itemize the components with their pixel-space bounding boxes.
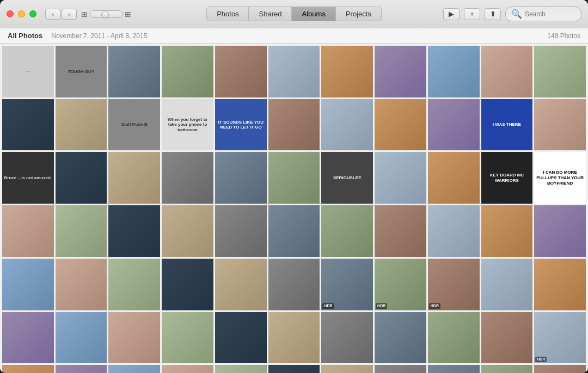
photo-cell[interactable] — [375, 46, 426, 97]
photo-cell[interactable] — [268, 365, 320, 373]
photo-cell[interactable]: SERIOUSLEE — [321, 152, 373, 204]
photo-cell[interactable] — [375, 365, 426, 373]
photo-cell[interactable] — [108, 205, 160, 257]
photo-cell[interactable] — [428, 99, 480, 151]
share-button[interactable]: ⬆ — [485, 8, 501, 20]
photo-cell[interactable] — [56, 312, 107, 364]
photo-cell[interactable] — [215, 46, 267, 97]
photo-cell[interactable] — [268, 312, 320, 364]
photo-cell[interactable] — [481, 312, 533, 364]
photo-cell[interactable]: ··· — [2, 46, 54, 97]
photo-cell[interactable] — [375, 99, 426, 151]
search-box[interactable]: 🔍 — [505, 7, 581, 21]
photo-cell[interactable] — [481, 205, 533, 257]
photo-cell[interactable] — [375, 205, 426, 257]
photo-cell[interactable] — [428, 312, 480, 364]
slider-max-icon: ⊞ — [125, 10, 131, 19]
photo-cell[interactable] — [321, 205, 373, 257]
search-input[interactable] — [525, 10, 575, 18]
photo-cell[interactable] — [162, 365, 213, 373]
date-range: November 7, 2011 - April 8, 2015 — [51, 32, 147, 40]
photo-cell[interactable]: HDR — [428, 259, 480, 310]
maximize-button[interactable] — [29, 10, 36, 17]
tab-photos[interactable]: Photos — [207, 7, 249, 21]
photo-cell[interactable]: HDR — [2, 365, 54, 373]
photo-cell[interactable] — [56, 365, 107, 373]
search-icon: 🔍 — [511, 9, 522, 19]
photo-grid-container[interactable]: ···TOUGH GUYStaff Push-BWhen you forget … — [0, 44, 588, 373]
photo-cell[interactable] — [428, 152, 480, 204]
photo-cell[interactable] — [162, 259, 213, 310]
photo-cell[interactable] — [56, 152, 107, 204]
play-button[interactable]: ▶ — [443, 8, 460, 20]
photo-cell[interactable]: Bruce ...is not amused. — [2, 152, 54, 204]
tab-albums[interactable]: Albums — [292, 7, 336, 21]
photo-cell[interactable] — [268, 46, 320, 97]
photo-cell[interactable]: TOUGH GUY — [56, 46, 107, 97]
photo-cell[interactable] — [2, 205, 54, 257]
photo-cell[interactable]: I CAN DO MORE PULLUPS THAN YOUR BOYFRIEN… — [534, 152, 586, 204]
photo-cell[interactable]: Staff Push-B — [108, 99, 160, 151]
photo-cell[interactable] — [534, 99, 586, 151]
photo-cell[interactable] — [108, 365, 160, 373]
photo-cell[interactable] — [428, 205, 480, 257]
photo-cell[interactable] — [162, 152, 213, 204]
photo-cell[interactable] — [481, 46, 533, 97]
photo-cell[interactable] — [108, 152, 160, 204]
photo-cell[interactable] — [215, 312, 267, 364]
photo-cell[interactable] — [481, 259, 533, 310]
photo-cell[interactable] — [321, 46, 373, 97]
photo-cell[interactable] — [268, 205, 320, 257]
minimize-button[interactable] — [18, 10, 25, 17]
main-window: ‹ › ⊞ ⊞ Photos Shared Albums Projects ▶ … — [0, 0, 588, 373]
photo-cell[interactable] — [534, 259, 586, 310]
photo-cell[interactable] — [2, 99, 54, 151]
photo-grid: ···TOUGH GUYStaff Push-BWhen you forget … — [2, 46, 586, 373]
photo-cell[interactable]: When you forget to take your phone to ba… — [162, 99, 213, 151]
slider-area: ⊞ ⊞ — [81, 10, 131, 19]
zoom-slider[interactable] — [90, 10, 122, 18]
photo-cell[interactable] — [162, 205, 213, 257]
photo-cell[interactable] — [108, 46, 160, 97]
photo-cell[interactable] — [481, 365, 533, 373]
photo-cell[interactable] — [56, 99, 107, 151]
photo-cell[interactable] — [268, 259, 320, 310]
back-button[interactable]: ‹ — [45, 9, 60, 20]
add-button[interactable]: + — [464, 8, 480, 20]
photo-cell[interactable] — [162, 312, 213, 364]
photo-cell[interactable]: HDR — [375, 259, 426, 310]
photo-cell[interactable]: HDR — [534, 312, 586, 364]
photo-cell[interactable] — [321, 312, 373, 364]
photo-cell[interactable]: KEY BOARD MC WARRIORS — [481, 152, 533, 204]
photo-cell[interactable] — [2, 259, 54, 310]
forward-button[interactable]: › — [62, 9, 77, 20]
photo-cell[interactable] — [321, 365, 373, 373]
photo-cell[interactable] — [321, 99, 373, 151]
photo-cell[interactable]: HDR — [321, 259, 373, 310]
close-button[interactable] — [7, 10, 14, 17]
photo-cell[interactable] — [268, 99, 320, 151]
photo-cell[interactable] — [534, 365, 586, 373]
tab-shared[interactable]: Shared — [249, 7, 292, 21]
photo-cell[interactable] — [375, 312, 426, 364]
photo-cell[interactable] — [162, 46, 213, 97]
photo-cell[interactable] — [215, 365, 267, 373]
photo-cell[interactable] — [56, 259, 107, 310]
photo-cell[interactable] — [2, 312, 54, 364]
photo-cell[interactable] — [428, 46, 480, 97]
photo-cell[interactable] — [268, 152, 320, 204]
photo-cell[interactable] — [215, 205, 267, 257]
photo-cell[interactable]: IT SOUNDS LIKE YOU NEED TO LET IT GO — [215, 99, 267, 151]
tab-projects[interactable]: Projects — [336, 7, 381, 21]
photo-cell[interactable] — [215, 259, 267, 310]
photo-cell[interactable] — [56, 205, 107, 257]
photo-cell[interactable] — [108, 312, 160, 364]
photo-cell[interactable] — [108, 259, 160, 310]
photo-cell[interactable] — [428, 365, 480, 373]
photo-cell[interactable] — [534, 205, 586, 257]
toolbar: All Photos November 7, 2011 - April 8, 2… — [0, 28, 588, 44]
photo-cell[interactable]: I WAS THERE — [481, 99, 533, 151]
photo-cell[interactable] — [215, 152, 267, 204]
photo-cell[interactable] — [375, 152, 426, 204]
photo-cell[interactable] — [534, 46, 586, 97]
